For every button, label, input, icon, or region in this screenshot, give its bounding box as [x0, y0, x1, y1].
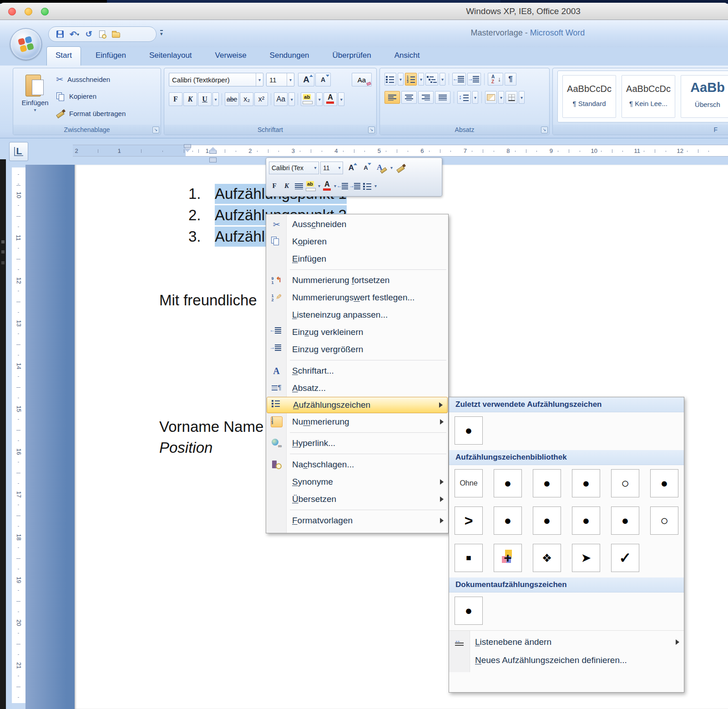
bullet-tile[interactable]: ○ — [650, 506, 678, 535]
borders-dropdown-icon[interactable] — [519, 91, 525, 104]
font-size-combo[interactable]: 11 — [266, 73, 294, 86]
chevron-down-icon[interactable] — [336, 162, 343, 174]
shrink-font-button[interactable]: A — [315, 73, 331, 86]
italic-button[interactable]: K — [281, 180, 292, 192]
menu-item[interactable]: Schriftart... — [266, 362, 448, 380]
close-button[interactable] — [8, 8, 16, 15]
show-marks-button[interactable]: ¶ — [505, 73, 516, 86]
vertical-ruler[interactable]: 101112131415161718192021 — [12, 165, 25, 709]
change-case-dropdown-icon[interactable] — [288, 92, 295, 106]
menu-item[interactable]: Absatz... — [266, 380, 448, 397]
ribbon-tab[interactable]: Sendungen — [261, 46, 318, 66]
bullet-tile[interactable]: ○ — [611, 469, 639, 497]
bullet-tile[interactable]: ❖ — [533, 544, 561, 572]
bullet-tile[interactable]: ➤ — [572, 544, 600, 572]
line-spacing-button[interactable] — [457, 91, 471, 104]
bullet-tile[interactable]: + — [494, 544, 522, 572]
paste-button[interactable]: Einfügen — [17, 71, 53, 124]
format-painter-button[interactable] — [394, 162, 408, 174]
submenu-action-item[interactable]: Listenebene ändern — [449, 633, 684, 651]
hanging-indent-marker[interactable] — [209, 150, 217, 154]
bullet-tile[interactable]: ✓ — [611, 544, 639, 572]
menu-item[interactable]: Formatvorlagen — [266, 512, 448, 529]
style-card[interactable]: AaBb Übersch — [681, 75, 728, 118]
align-left-button[interactable] — [384, 91, 400, 104]
borders-button[interactable] — [506, 91, 517, 104]
bullet-tile[interactable]: ● — [650, 469, 678, 497]
signature-position[interactable]: Position — [159, 438, 212, 458]
horizontal-ruler[interactable]: 2 1 123456789101112 — [73, 145, 728, 157]
highlight-button[interactable] — [301, 92, 315, 106]
increase-indent-button[interactable] — [350, 180, 361, 192]
font-family-combo[interactable]: Calibri (Tex — [269, 162, 319, 174]
decrease-indent-button[interactable] — [452, 73, 466, 86]
font-color-button[interactable] — [322, 180, 333, 192]
bullets-dropdown-icon[interactable] — [374, 183, 377, 188]
menu-item[interactable]: Einzug verkleinern — [266, 324, 448, 341]
align-center-button[interactable] — [401, 91, 417, 104]
menu-item[interactable]: Übersetzen — [266, 491, 448, 508]
bullet-tile[interactable]: > — [455, 506, 483, 535]
ribbon-tab[interactable]: Seitenlayout — [141, 46, 201, 66]
menu-item[interactable]: Nummerierungswert festlegen... — [266, 289, 448, 306]
font-family-combo[interactable]: Calibri (Textkörper) — [169, 73, 263, 86]
chevron-down-icon[interactable] — [256, 73, 263, 86]
cut-button[interactable]: Ausschneiden — [56, 72, 110, 86]
numbering-dropdown-icon[interactable] — [418, 73, 424, 86]
closing-paragraph[interactable]: Mit freundliche — [159, 290, 257, 310]
shading-button[interactable] — [485, 91, 497, 104]
dialog-launcher-icon[interactable] — [368, 127, 375, 133]
paste-dropdown-icon[interactable] — [34, 107, 36, 112]
bullets-dropdown-icon[interactable] — [398, 73, 404, 86]
grow-font-button[interactable]: A — [344, 162, 358, 174]
menu-item[interactable]: Ausschneiden — [266, 216, 448, 233]
customize-qat-button[interactable]: ▾ — [160, 30, 163, 36]
line-spacing-dropdown-icon[interactable] — [472, 91, 478, 104]
bold-button[interactable]: F — [269, 180, 280, 192]
dialog-launcher-icon[interactable] — [152, 127, 159, 133]
bullet-tile[interactable]: ● — [455, 416, 483, 445]
multilevel-list-button[interactable] — [425, 73, 438, 86]
menu-item[interactable]: Aufzählungszeichen — [267, 397, 448, 413]
bullet-tile[interactable]: ■ — [455, 544, 483, 572]
sort-button[interactable]: A Z — [488, 73, 503, 86]
bullet-tile[interactable]: ● — [533, 469, 561, 497]
bullet-tile[interactable]: ● — [533, 506, 561, 535]
bullet-tile[interactable]: ● — [455, 597, 483, 625]
fullscreen-button[interactable] — [41, 8, 49, 15]
subscript-button[interactable]: x₂ — [240, 92, 253, 106]
undo-dropdown-icon[interactable]: ▾ — [77, 32, 79, 37]
ribbon-tab[interactable]: Überprüfen — [324, 46, 380, 66]
style-card[interactable]: AaBbCcDc ¶ Kein Lee... — [622, 75, 675, 118]
first-line-indent-marker[interactable] — [184, 144, 191, 148]
menu-item[interactable]: Nachschlagen... — [266, 456, 448, 473]
menu-item[interactable]: Nummerierung — [266, 413, 448, 430]
grow-font-button[interactable]: A — [298, 73, 314, 86]
justify-button[interactable] — [435, 91, 450, 104]
italic-button[interactable]: K — [183, 92, 197, 106]
highlight-dropdown-icon[interactable] — [318, 183, 320, 188]
highlight-dropdown-icon[interactable] — [316, 92, 323, 106]
bullets-button[interactable] — [362, 180, 373, 192]
quick-styles-button[interactable] — [374, 162, 389, 174]
print-preview-button[interactable] — [98, 29, 106, 40]
menu-item[interactable]: Nummerierung fortsetzen — [266, 272, 448, 289]
bullet-tile[interactable]: ● — [494, 506, 522, 535]
bullets-button[interactable] — [384, 73, 396, 86]
change-case-button[interactable]: Aa — [274, 92, 288, 106]
font-size-combo[interactable]: 11 — [320, 162, 343, 174]
underline-button[interactable]: U — [198, 92, 212, 106]
format-painter-button[interactable]: Format übertragen — [56, 106, 126, 121]
ribbon-tab[interactable]: Start — [46, 46, 81, 66]
left-indent-marker[interactable] — [209, 157, 217, 162]
bullet-tile[interactable]: ● — [572, 469, 600, 497]
align-right-button[interactable] — [418, 91, 434, 104]
chevron-down-icon[interactable] — [312, 162, 318, 174]
open-button[interactable] — [112, 29, 120, 40]
bullet-tile[interactable]: ● — [611, 506, 639, 535]
ribbon-tab[interactable]: Verweise — [207, 46, 255, 66]
highlight-button[interactable] — [306, 180, 317, 192]
increase-indent-button[interactable] — [467, 73, 481, 86]
font-color-dropdown-icon[interactable] — [338, 92, 344, 106]
bullet-tile[interactable]: ● — [572, 506, 600, 535]
